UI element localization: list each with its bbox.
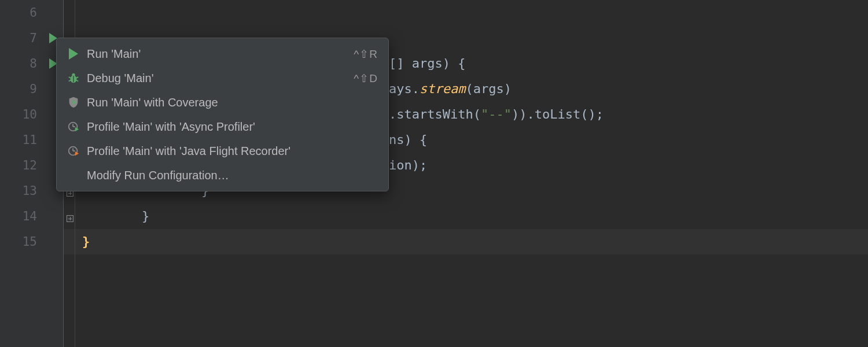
code-line-6 xyxy=(64,0,868,25)
svg-line-4 xyxy=(69,80,71,82)
line-number: 9 xyxy=(0,76,63,102)
menu-item-shortcut: ^⇧R xyxy=(354,47,378,61)
code-line-14: } xyxy=(64,204,868,229)
menu-item-shortcut: ^⇧D xyxy=(354,72,378,85)
menu-item-label: Modify Run Configuration… xyxy=(82,169,378,182)
menu-item-coverage[interactable]: Run 'Main' with Coverage xyxy=(57,90,388,115)
line-number: 12 xyxy=(0,153,63,178)
svg-line-2 xyxy=(69,77,71,78)
menu-item-profile-jfr[interactable]: Profile 'Main' with 'Java Flight Recorde… xyxy=(57,139,388,163)
code-line-15: } xyxy=(64,229,868,254)
line-number[interactable]: 8 xyxy=(0,51,63,76)
fold-marker-icon[interactable] xyxy=(67,215,73,222)
bug-icon xyxy=(65,72,82,84)
line-number: 14 xyxy=(0,204,63,229)
line-number: 6 xyxy=(0,0,63,25)
menu-item-debug[interactable]: Debug 'Main' ^⇧D xyxy=(57,66,388,90)
line-number[interactable]: 7 xyxy=(0,25,63,51)
menu-item-label: Debug 'Main' xyxy=(82,72,354,85)
svg-line-3 xyxy=(76,77,79,78)
menu-item-profile-async[interactable]: Profile 'Main' with 'Async Profiler' xyxy=(57,115,388,139)
profiler-icon xyxy=(65,145,82,157)
profiler-icon xyxy=(65,120,82,133)
line-number: 11 xyxy=(0,127,63,153)
play-icon xyxy=(65,48,82,60)
menu-item-label: Run 'Main' with Coverage xyxy=(82,96,378,109)
menu-item-modify-config[interactable]: Modify Run Configuration… xyxy=(57,163,388,187)
svg-line-5 xyxy=(76,80,79,82)
menu-item-run[interactable]: Run 'Main' ^⇧R xyxy=(57,42,388,66)
run-context-menu: Run 'Main' ^⇧R Debug 'Main' ^⇧D Run 'Mai… xyxy=(56,38,389,191)
menu-item-label: Profile 'Main' with 'Java Flight Recorde… xyxy=(82,145,378,158)
line-number: 13 xyxy=(0,178,63,204)
shield-icon xyxy=(65,96,82,109)
menu-item-label: Profile 'Main' with 'Async Profiler' xyxy=(82,120,378,134)
editor-gutter: 6 7 8 9 10 11 12 13 14 15 xyxy=(0,0,64,347)
line-number: 15 xyxy=(0,229,63,254)
menu-item-label: Run 'Main' xyxy=(82,47,354,61)
line-number: 10 xyxy=(0,102,63,127)
